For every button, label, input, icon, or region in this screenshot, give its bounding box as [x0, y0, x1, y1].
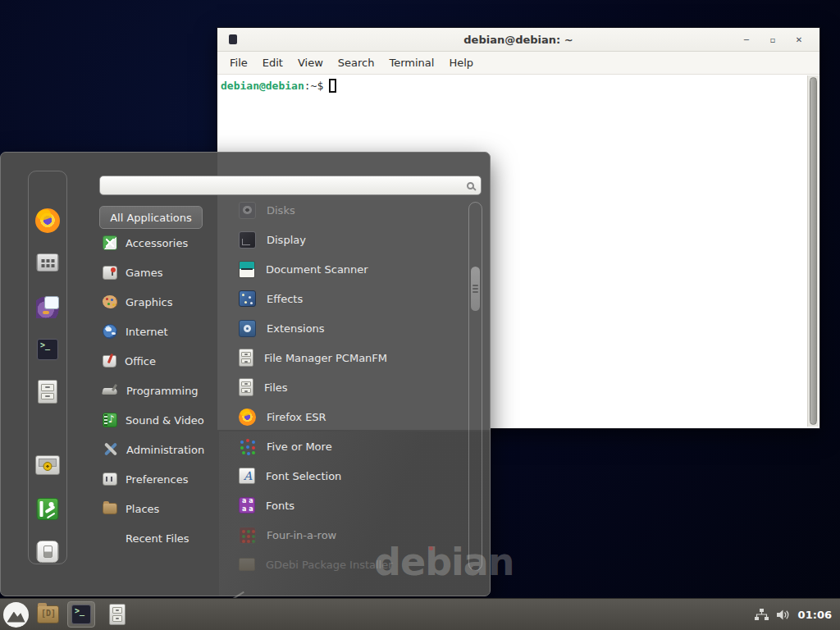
app-files[interactable]: Files	[234, 372, 465, 402]
file-cabinet-icon	[239, 378, 253, 396]
terminal-scrollbar-handle[interactable]	[810, 77, 817, 425]
terminal-prompt-line: debian@debian:~$	[217, 75, 819, 97]
prompt-tail: :~$	[304, 80, 323, 92]
file-cabinet-icon	[109, 604, 126, 625]
category-internet[interactable]: Internet	[98, 317, 229, 346]
app-font-selection[interactable]: Font Selection	[234, 461, 465, 491]
application-list: Disks Display Document Scanner Effects E…	[234, 195, 465, 579]
lock-screen-icon[interactable]	[35, 455, 60, 475]
network-icon[interactable]	[755, 609, 769, 621]
app-fonts[interactable]: Fonts	[234, 491, 465, 520]
games-icon	[103, 266, 117, 280]
menu-file[interactable]: File	[224, 54, 253, 71]
close-button[interactable]: ✕	[792, 32, 806, 47]
favorites-rail	[28, 171, 67, 564]
terminal-scrollbar[interactable]	[807, 75, 819, 427]
taskbar-file-manager-button[interactable]	[103, 601, 131, 628]
terminal-titlebar[interactable]: debian@debian: ~ − ▫ ✕	[217, 28, 819, 52]
taskbar-launchers	[0, 601, 131, 628]
volume-icon[interactable]	[776, 609, 791, 621]
terminal-icon[interactable]	[37, 339, 58, 360]
terminal-icon	[71, 605, 91, 624]
app-five-or-more[interactable]: Five or More	[234, 431, 465, 461]
category-office[interactable]: Office	[98, 346, 229, 376]
menu-search-field[interactable]	[99, 176, 482, 195]
file-cabinet-icon	[239, 349, 253, 367]
keyboard-icon[interactable]	[37, 253, 59, 272]
search-input[interactable]	[107, 180, 467, 192]
taskbar: 01:06	[0, 598, 840, 630]
search-icon	[467, 182, 474, 189]
firefox-icon	[239, 409, 256, 426]
shutdown-icon[interactable]	[37, 541, 59, 563]
category-games[interactable]: Games	[98, 258, 229, 287]
app-effects[interactable]: Effects	[234, 284, 465, 313]
category-programming[interactable]: Programming	[98, 376, 229, 405]
category-accessories[interactable]: Accessories	[98, 228, 229, 258]
five-or-more-icon	[239, 438, 256, 455]
log-out-icon[interactable]	[37, 498, 59, 520]
menu-help[interactable]: Help	[443, 54, 479, 71]
menu-scrollbar-handle[interactable]	[471, 267, 480, 311]
terminal-cursor	[329, 79, 336, 93]
category-recent-files[interactable]: Recent Files	[98, 523, 229, 553]
app-disks[interactable]: Disks	[234, 195, 465, 225]
sound-video-icon	[103, 413, 117, 427]
category-graphics[interactable]: Graphics	[98, 287, 229, 317]
office-icon	[103, 355, 116, 368]
app-extensions[interactable]: Extensions	[234, 313, 465, 343]
places-icon	[103, 503, 117, 514]
category-all-applications[interactable]: All Applications	[99, 206, 203, 229]
category-sound-video[interactable]: Sound & Video	[98, 405, 229, 435]
app-file-manager-pcmanfm[interactable]: File Manager PCManFM	[234, 343, 465, 372]
system-tray: 01:06	[755, 609, 840, 621]
scanner-icon	[239, 261, 255, 278]
effects-icon	[239, 290, 256, 307]
terminal-title: debian@debian: ~	[217, 34, 819, 46]
minimize-button[interactable]: −	[739, 32, 754, 47]
graphics-icon	[103, 295, 117, 308]
display-icon	[239, 231, 256, 249]
taskbar-terminal-button[interactable]	[67, 601, 95, 628]
font-selection-icon	[239, 468, 255, 484]
maximize-button[interactable]: ▫	[765, 32, 780, 47]
application-menu: debian All Applications Accessories Game…	[0, 152, 491, 596]
category-list: Accessories Games Graphics Internet Offi…	[98, 228, 229, 553]
app-display[interactable]: Display	[234, 225, 465, 254]
desktop-folder-icon[interactable]	[37, 605, 59, 623]
disks-icon	[239, 202, 256, 219]
app-document-scanner[interactable]: Document Scanner	[234, 254, 465, 284]
category-administration[interactable]: Administration	[98, 435, 229, 464]
menu-button-icon[interactable]	[3, 602, 29, 628]
four-in-a-row-icon	[239, 527, 256, 544]
category-places[interactable]: Places	[98, 494, 229, 523]
extensions-icon	[239, 320, 256, 337]
gdebi-icon	[239, 558, 255, 571]
programming-icon	[103, 384, 118, 397]
pidgin-icon[interactable]	[36, 295, 59, 318]
menu-terminal[interactable]: Terminal	[383, 54, 440, 71]
firefox-icon[interactable]	[35, 208, 60, 233]
app-four-in-a-row[interactable]: Four-in-a-row	[234, 520, 465, 550]
menu-edit[interactable]: Edit	[257, 54, 289, 71]
taskbar-clock[interactable]: 01:06	[798, 609, 832, 621]
prompt-user-host: debian@debian	[221, 80, 304, 92]
file-cabinet-icon[interactable]	[38, 380, 57, 404]
administration-icon	[103, 442, 118, 457]
app-gdebi-package-installer[interactable]: GDebi Package Installer	[234, 550, 465, 579]
menu-scrollbar[interactable]	[468, 202, 482, 571]
menu-view[interactable]: View	[292, 54, 329, 71]
terminal-menubar: File Edit View Search Terminal Help	[217, 52, 819, 75]
menu-search[interactable]: Search	[332, 54, 381, 71]
internet-icon	[103, 324, 117, 339]
app-firefox-esr[interactable]: Firefox ESR	[234, 402, 465, 431]
category-preferences[interactable]: Preferences	[98, 464, 229, 494]
accessories-icon	[103, 235, 117, 250]
preferences-icon	[103, 472, 117, 486]
fonts-icon	[239, 497, 255, 514]
terminal-window-icon	[229, 34, 237, 44]
